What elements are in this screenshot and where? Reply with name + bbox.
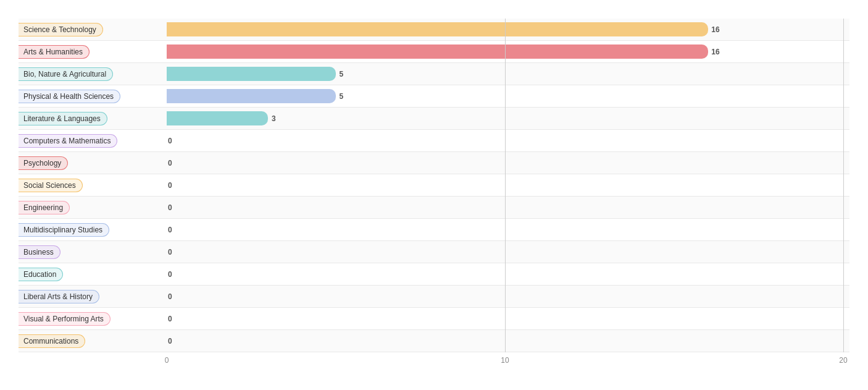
bar-value: 0: [168, 248, 172, 256]
bar-value: 0: [168, 203, 172, 212]
bar-value: 5: [339, 70, 343, 78]
bar-value: 0: [168, 292, 172, 301]
bar-fill: [167, 22, 708, 36]
bar-row: Multidisciplinary Studies0: [19, 219, 849, 241]
bar-value: 0: [168, 337, 172, 345]
bar-label: Multidisciplinary Studies: [19, 223, 109, 237]
x-axis-tick: 20: [839, 356, 847, 365]
x-axis-tick: 0: [165, 356, 169, 365]
bar-row: Bio, Nature & Agricultural5: [19, 63, 849, 85]
bar-label: Psychology: [19, 156, 68, 170]
bar-row: Physical & Health Sciences5: [19, 85, 849, 108]
bar-value: 0: [168, 159, 172, 167]
bar-label: Education: [19, 268, 63, 281]
bar-row: Arts & Humanities16: [19, 41, 849, 63]
bar-label: Arts & Humanities: [19, 45, 90, 59]
bar-label: Physical & Health Sciences: [19, 90, 120, 103]
bar-row: Visual & Performing Arts0: [19, 308, 849, 330]
bar-label: Engineering: [19, 201, 70, 214]
bar-fill: [167, 89, 336, 103]
bar-label: Business: [19, 245, 61, 259]
bar-fill: [167, 67, 336, 81]
bar-row: Literature & Languages3: [19, 108, 849, 130]
bar-label: Social Sciences: [19, 179, 83, 192]
bar-row: Liberal Arts & History0: [19, 286, 849, 308]
bar-value: 5: [339, 92, 343, 101]
bar-fill: [167, 45, 708, 59]
bar-label: Visual & Performing Arts: [19, 312, 111, 326]
bar-value: 16: [711, 25, 719, 34]
x-axis-tick: 10: [501, 356, 509, 365]
bar-label: Literature & Languages: [19, 112, 107, 125]
bar-value: 16: [711, 48, 719, 56]
bar-row: Education0: [19, 263, 849, 286]
bar-value: 0: [168, 137, 172, 145]
bar-row: Computers & Mathematics0: [19, 130, 849, 152]
bar-label: Communications: [19, 334, 85, 348]
bar-row: Social Sciences0: [19, 174, 849, 197]
bar-value: 0: [168, 315, 172, 323]
bar-label: Science & Technology: [19, 23, 103, 36]
bar-value: 0: [168, 181, 172, 190]
bar-value: 0: [168, 270, 172, 279]
bar-value: 0: [168, 226, 172, 234]
bar-label: Computers & Mathematics: [19, 134, 117, 148]
bar-fill: [167, 111, 268, 125]
bar-row: Science & Technology16: [19, 19, 849, 41]
bar-label: Liberal Arts & History: [19, 290, 99, 303]
bar-row: Engineering0: [19, 197, 849, 219]
bar-row: Communications0: [19, 330, 849, 352]
bar-row: Business0: [19, 241, 849, 263]
chart-area: Science & Technology16Arts & Humanities1…: [19, 19, 849, 365]
bar-row: Psychology0: [19, 152, 849, 174]
bar-label: Bio, Nature & Agricultural: [19, 67, 113, 81]
bar-value: 3: [272, 114, 276, 123]
